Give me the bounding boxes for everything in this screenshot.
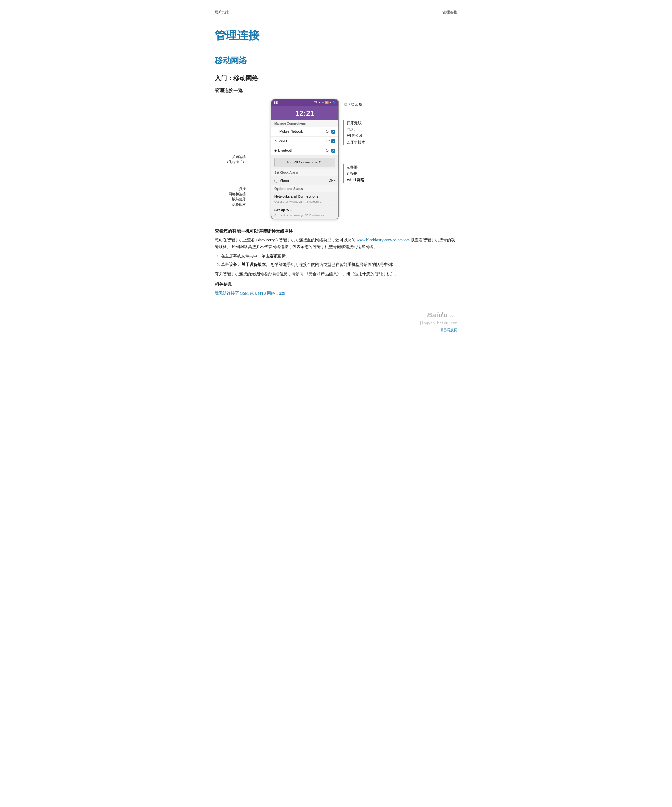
header-right: 管理连接 xyxy=(442,9,457,15)
blackberry-link[interactable]: www.blackberry.com/go/devices xyxy=(357,237,410,242)
wifi-label: ∿ Wi-Fi xyxy=(275,139,287,144)
bottom-nav: 回己导航网 xyxy=(419,327,457,333)
page-header: 用户指南 管理连接 xyxy=(215,9,457,17)
status-left: ▮▮▯ xyxy=(274,100,278,105)
ann-turn-off: 关闭连接（飞行模式） xyxy=(215,155,246,164)
bluetooth-icon: ♣ xyxy=(275,148,276,153)
ann-open-wireless: 打开无线网络、Wi-Fi® 和蓝牙® 技术 xyxy=(343,120,387,145)
wifi-row: ∿ Wi-Fi On xyxy=(271,137,338,146)
body-text-2: 有关智能手机连接的无线网络的详细信息，请参阅 《安全和产品信息》 手册（适用于您… xyxy=(215,271,457,277)
wifi-icon: ∿ xyxy=(275,139,277,144)
page-number: 223 xyxy=(450,314,455,318)
network-indicator-label: 网络指示符 xyxy=(343,103,362,107)
alarm-row: Alarm OFF xyxy=(271,176,338,185)
phone-mockup: ▮▮▯ 3G ▲ ▲ 📶 ✈ 🔵 12:21 Manage Connection… xyxy=(271,99,339,219)
manage-connections-header: Manage Connections xyxy=(271,120,338,127)
tap-network-label: 点按网络和连接以与蓝牙设备配对 xyxy=(228,187,246,206)
mobile-network-label: ⋰ Mobile Network xyxy=(275,129,303,134)
status-icons: 3G ▲ ▲ 📶 ✈ 🔵 xyxy=(314,100,336,105)
phone-time: 12:21 xyxy=(271,106,338,120)
bluetooth-value: On xyxy=(326,148,335,153)
wifi-setup-sub: Connect to and manage Wi-Fi networks xyxy=(275,213,335,218)
mobile-network-check xyxy=(331,130,335,134)
mobile-network-value: On xyxy=(326,129,335,134)
networks-connections-row[interactable]: Networks and Connections Options for Mob… xyxy=(271,193,338,206)
baidu-logo-text: Baidu xyxy=(427,311,448,319)
wifi-setup-title: Set Up Wi-Fi xyxy=(275,208,335,213)
open-wireless-label: 打开无线网络、Wi-Fi® 和蓝牙® 技术 xyxy=(347,121,365,144)
section-title: 移动网络 xyxy=(215,54,457,67)
section-divider xyxy=(215,223,457,223)
networks-sub: Options for Mobile, Wi-Fi, Bluetooth ... xyxy=(275,199,335,204)
related-info-label: 相关信息 xyxy=(215,281,457,288)
ann-network-indicator: 网络指示符 xyxy=(343,102,387,108)
setup-wifi-row[interactable]: Set Up Wi-Fi Connect to and manage Wi-Fi… xyxy=(271,206,338,219)
bluetooth-label: ♣ Bluetooth xyxy=(275,148,293,153)
mobile-network-row: ⋰ Mobile Network On xyxy=(271,127,338,137)
diagram-title: 管理连接一览 xyxy=(215,87,457,94)
turn-off-label: 关闭连接（飞行模式） xyxy=(225,155,246,163)
networks-title: Networks and Connections xyxy=(275,194,335,199)
options-status-header: Options and Status xyxy=(271,185,338,193)
baidu-logo: Baidu 223 jingyan.baidu.com xyxy=(419,309,457,326)
ann-tap-network: 点按网络和连接以与蓝牙设备配对 xyxy=(215,186,246,207)
main-title: 管理连接 xyxy=(215,27,457,45)
section-heading: 查看您的智能手机可以连接哪种无线网络 xyxy=(215,228,457,235)
left-annotations: 关闭连接（飞行模式） 点按网络和连接以与蓝牙设备配对 xyxy=(215,99,246,209)
alarm-circle-icon xyxy=(275,179,278,183)
set-clock-alarm-header: Set Clock Alarm xyxy=(271,169,338,176)
related-link[interactable]: 我无法连接至 GSM 或 UMTS 网络，229 xyxy=(215,291,285,296)
ann-select-wifi: 选择要连接的Wi-Fi 网络 xyxy=(343,164,387,183)
header-left: 用户指南 xyxy=(215,9,230,15)
right-annotations: 网络指示符 打开无线网络、Wi-Fi® 和蓝牙® 技术 选择要连接的Wi-Fi … xyxy=(343,99,387,183)
page-footer: Baidu 223 jingyan.baidu.com 回己导航网 xyxy=(215,309,457,333)
baidu-branding: Baidu 223 jingyan.baidu.com 回己导航网 xyxy=(419,309,457,333)
phone-status-bar: ▮▮▯ 3G ▲ ▲ 📶 ✈ 🔵 xyxy=(271,99,338,106)
steps-list: 在主屏幕或文件夹中，单击选项图标。 单击设备 > 关于设备版本。 您的智能手机可… xyxy=(221,253,457,268)
alarm-label: Alarm xyxy=(275,178,289,183)
step-1: 在主屏幕或文件夹中，单击选项图标。 xyxy=(221,253,457,260)
sub-title: 入门：移动网络 xyxy=(215,73,457,83)
wifi-check xyxy=(331,139,335,143)
bluetooth-row: ♣ Bluetooth On xyxy=(271,146,338,156)
select-wifi-label: 选择要连接的Wi-Fi 网络 xyxy=(347,165,364,182)
related-section: 相关信息 我无法连接至 GSM 或 UMTS 网络，229 xyxy=(215,281,457,297)
turn-all-off-button[interactable]: Turn All Connections Off xyxy=(275,158,335,168)
diagram-area: 关闭连接（飞行模式） 点按网络和连接以与蓝牙设备配对 ▮▮▯ 3G ▲ ▲ 📶 … xyxy=(215,99,457,219)
wifi-value: On xyxy=(326,139,335,144)
baidu-site: jingyan.baidu.com xyxy=(419,321,457,325)
bluetooth-check xyxy=(331,148,335,153)
alarm-value: OFF xyxy=(329,178,335,183)
step-2: 单击设备 > 关于设备版本。 您的智能手机可连接至的网络类型已在智能手机型号后面… xyxy=(221,261,457,268)
time-display: 12:21 xyxy=(295,109,314,117)
body-text-1: 您可在智能手机上查看 BlackBerry® 智能手机可连接至的网络类型，还可以… xyxy=(215,237,457,250)
